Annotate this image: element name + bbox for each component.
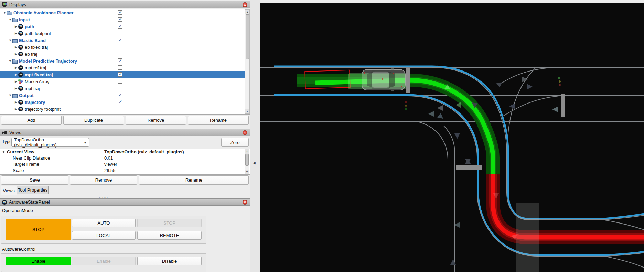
expand-arrow-icon[interactable]: ▶	[14, 52, 18, 56]
table-scrollbar[interactable]: ▲ ▼	[245, 149, 249, 174]
tree-scrollbar[interactable]: ▲ ▼	[245, 9, 250, 114]
expand-arrow-icon[interactable]: ▶	[14, 107, 18, 111]
expand-arrow-icon[interactable]: ▼	[8, 18, 12, 21]
tree-item-obstacle-avoidance-planner[interactable]: ▼ Obstacle Avoidance Planner	[0, 9, 250, 16]
tree-item-mpt-fixed-traj-selected[interactable]: ▶w mpt fixed traj	[0, 71, 250, 78]
tree-item-output[interactable]: ▼ Output	[0, 92, 250, 99]
table-row-near-clip-distance[interactable]: Near Clip Distance 0.01	[0, 155, 250, 161]
expand-arrow-icon[interactable]: ▶	[14, 100, 18, 104]
operation-mode-label: OperationMode	[2, 208, 33, 213]
tree-item-path[interactable]: ▶w path	[0, 23, 250, 30]
collapse-arrow-icon[interactable]: ◀	[253, 161, 256, 165]
map-view-svg[interactable]	[260, 0, 644, 272]
visibility-checkbox[interactable]	[118, 10, 122, 15]
splitter-handle[interactable]: ......	[99, 195, 108, 198]
autoware-display-icon: w	[18, 86, 23, 91]
visibility-checkbox[interactable]	[118, 79, 122, 84]
scroll-down-icon[interactable]: ▼	[245, 170, 249, 174]
expand-arrow-icon[interactable]: ▶	[14, 45, 18, 49]
close-icon[interactable]: ✕	[243, 200, 247, 205]
scrollbar-thumb[interactable]	[245, 154, 249, 166]
expand-arrow-icon[interactable]: ▼	[8, 59, 12, 63]
tree-item-model-predictive-trajectory[interactable]: ▼ Model Predictive Trajectory	[0, 57, 250, 64]
expand-arrow-icon[interactable]: ▼	[2, 11, 7, 14]
expand-arrow-icon[interactable]: ▶	[14, 66, 18, 69]
remove-button[interactable]: Remove	[126, 116, 186, 125]
table-row-scale[interactable]: Scale 26.55	[0, 167, 250, 174]
scroll-down-icon[interactable]: ▼	[245, 109, 249, 113]
duplicate-button[interactable]: Duplicate	[63, 116, 124, 125]
tree-item-input[interactable]: ▼ Input	[0, 16, 250, 23]
close-icon[interactable]: ✕	[243, 2, 247, 7]
stop-button-disabled: STOP	[137, 219, 202, 227]
tree-item-eb-fixed-traj[interactable]: ▶w eb fixed traj	[0, 44, 250, 51]
tree-item-markerarray[interactable]: ▶ MarkerArray	[0, 78, 250, 85]
zero-button[interactable]: Zero	[221, 138, 249, 147]
remove-view-button[interactable]: Remove	[70, 175, 137, 185]
expand-arrow-icon[interactable]: ▼	[2, 150, 5, 154]
rename-button[interactable]: Rename	[188, 116, 249, 125]
table-row-target-frame[interactable]: Target Frame viewer	[0, 161, 250, 167]
scroll-up-icon[interactable]: ▲	[245, 149, 249, 154]
visibility-checkbox[interactable]	[118, 38, 122, 42]
visibility-checkbox[interactable]	[118, 93, 122, 97]
panel-splitter[interactable]: ◀	[250, 0, 260, 272]
scroll-up-icon[interactable]: ▲	[245, 10, 249, 14]
remote-button[interactable]: REMOTE	[137, 231, 202, 240]
tree-item-mpt-ref-traj[interactable]: ▶w mpt ref traj	[0, 64, 250, 71]
local-button[interactable]: LOCAL	[72, 231, 136, 240]
rename-view-button[interactable]: Rename	[139, 175, 249, 185]
tree-item-path-footprint[interactable]: ▶w path footprint	[0, 30, 250, 37]
visibility-checkbox[interactable]	[118, 31, 122, 35]
expand-arrow-icon[interactable]: ▶	[14, 87, 18, 90]
displays-panel-header[interactable]: Displays ✕	[0, 1, 250, 8]
visibility-checkbox[interactable]	[118, 86, 122, 90]
views-panel-header[interactable]: Views ✕	[0, 129, 250, 136]
tree-item-mpt-traj[interactable]: ▶w mpt traj	[0, 85, 250, 92]
folder-icon	[7, 11, 12, 15]
tab-views[interactable]: Views	[1, 186, 17, 195]
map-viewport[interactable]	[260, 0, 644, 272]
visibility-checkbox[interactable]	[118, 24, 122, 29]
autoware-display-icon: w	[18, 65, 23, 70]
expand-arrow-icon[interactable]: ▶	[14, 32, 18, 35]
autoware-display-icon: w	[18, 100, 23, 105]
visibility-checkbox[interactable]	[118, 58, 122, 63]
tree-item-trajectory[interactable]: ▶w trajectory	[0, 99, 250, 106]
autoware-display-icon: w	[18, 107, 23, 111]
visibility-checkbox[interactable]	[118, 72, 122, 77]
displays-icon	[2, 2, 7, 7]
visibility-checkbox[interactable]	[118, 52, 122, 56]
expand-arrow-icon[interactable]: ▶	[14, 80, 18, 83]
auto-button[interactable]: AUTO	[72, 219, 136, 227]
crosswalk-area	[516, 203, 539, 272]
expand-arrow-icon[interactable]: ▶	[14, 25, 18, 28]
autoware-panel-header[interactable]: w AutowareStatePanel ✕	[0, 198, 250, 206]
tree-item-eb-traj[interactable]: ▶w eb traj	[0, 51, 250, 57]
autoware-control-label: AutowareControl	[2, 247, 35, 252]
close-icon[interactable]: ✕	[243, 130, 247, 135]
tree-item-trajectory-footprint[interactable]: ▶w trajectory footprint	[0, 106, 250, 112]
view-type-dropdown[interactable]: TopDownOrtho (rviz_default_plugins) ▼	[11, 138, 89, 147]
enable-state-button[interactable]: Enable	[6, 257, 71, 265]
visibility-checkbox[interactable]	[118, 45, 122, 49]
expand-arrow-icon[interactable]: ▼	[8, 39, 12, 42]
visibility-checkbox[interactable]	[118, 100, 122, 104]
save-button[interactable]: Save	[1, 175, 68, 185]
stop-state-button[interactable]: STOP	[6, 219, 71, 240]
tree-item-elastic-band[interactable]: ▼ Elastic Band	[0, 37, 250, 44]
add-button[interactable]: Add	[1, 116, 62, 125]
expand-arrow-icon[interactable]: ▼	[8, 94, 12, 97]
tab-tool-properties[interactable]: Tool Properties	[17, 186, 49, 194]
visibility-checkbox[interactable]	[118, 107, 122, 111]
visibility-checkbox[interactable]	[118, 17, 122, 22]
enable-button-disabled: Enable	[72, 257, 136, 265]
table-row-current-view[interactable]: ▼ Current View TopDownOrtho (rviz_defaul…	[0, 149, 250, 155]
expand-arrow-icon[interactable]: ▶	[14, 73, 18, 76]
folder-icon	[12, 59, 17, 63]
scrollbar-thumb[interactable]	[246, 14, 249, 59]
views-camera-icon	[2, 131, 7, 134]
disable-button[interactable]: Disable	[137, 257, 202, 265]
visibility-checkbox[interactable]	[118, 65, 122, 70]
autoware-display-icon: w	[18, 52, 23, 56]
